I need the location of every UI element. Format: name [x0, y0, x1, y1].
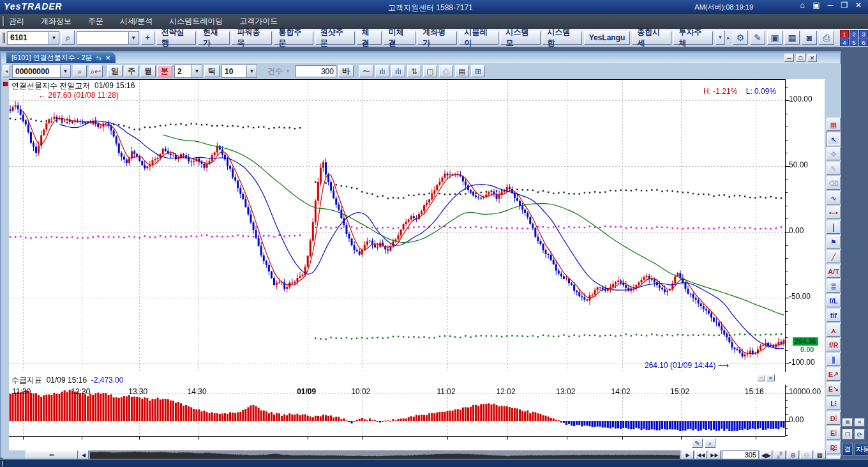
menu-item-고객가이드[interactable]: 고객가이드: [239, 16, 278, 27]
grid-view-icon[interactable]: ▦: [814, 450, 826, 459]
line-chart-tool-icon[interactable]: ∿: [827, 191, 841, 204]
dock-menu-icon[interactable]: ▤: [842, 418, 853, 427]
scroll-right-icon[interactable]: ▶: [682, 450, 694, 459]
watchlist-combo[interactable]: ▼: [77, 31, 138, 45]
period-button-일[interactable]: 일: [107, 65, 123, 77]
bars-alert-icon[interactable]: ılı: [375, 65, 389, 77]
watchlist-combo-arrow-icon[interactable]: ▼: [128, 32, 138, 44]
memo-clipboard-icon[interactable]: ✎: [750, 31, 765, 45]
cursor-arrow-icon[interactable]: ↖: [827, 132, 841, 146]
fan-lines-icon[interactable]: ⋏: [827, 323, 841, 337]
restore-icon[interactable]: ❐: [839, 0, 850, 10]
menu-item-계좌정보[interactable]: 계좌정보: [41, 16, 71, 27]
tab-close-icon[interactable]: ✕: [105, 54, 110, 61]
toolbar-button-투자주체[interactable]: 투자주체: [673, 31, 713, 45]
toolbar-button-시뮬레이[interactable]: 시뮬레이: [459, 31, 498, 45]
toolbar-button-종합시세[interactable]: 종합시세: [632, 31, 671, 45]
window-maximize-icon[interactable]: □: [796, 54, 805, 62]
study-l-icon[interactable]: L⫶: [827, 397, 841, 410]
chart-tab[interactable]: [6101] 연결선물지수 - 2분 ⇆ ✕: [6, 52, 116, 63]
bar-count-input[interactable]: [296, 65, 336, 77]
menu-item-관리[interactable]: 관리: [9, 16, 24, 27]
chart-search-icon[interactable]: ⌕: [73, 65, 87, 77]
page-button-6[interactable]: 6: [859, 38, 868, 46]
tick-combo[interactable]: 10 ▼: [221, 65, 257, 78]
toolbar-button-파워종목[interactable]: 파워종목: [232, 31, 271, 45]
data-minimap-scrollbar[interactable]: [89, 450, 680, 459]
updown-scale-icon[interactable]: ⇅: [407, 65, 421, 77]
home-icon[interactable]: ⌂: [797, 0, 808, 10]
toolbar-button-시스템합[interactable]: 시스템합: [542, 31, 582, 45]
study-e-icon[interactable]: E⫶: [827, 426, 841, 440]
more-buttons-arrow-icon[interactable]: ▼: [715, 31, 726, 45]
tab-link-icon[interactable]: ⇆: [96, 54, 101, 61]
period-button-월[interactable]: 월: [140, 65, 156, 77]
minimize-icon[interactable]: ─: [825, 0, 836, 10]
strip-scroll-down-icon[interactable]: ⌄: [827, 446, 841, 455]
horizontal-line-icon[interactable]: •–•: [827, 206, 841, 219]
settings-gear-icon[interactable]: ⚙: [733, 31, 748, 45]
menu-item-시스템트레이딩[interactable]: 시스템트레이딩: [169, 16, 223, 27]
signal-entry-icon[interactable]: E↗: [827, 367, 841, 381]
chart-window-icon[interactable]: ▤: [455, 65, 469, 77]
menu-item-주문[interactable]: 주문: [88, 16, 103, 27]
screen-monitor-icon[interactable]: ▣: [767, 31, 782, 45]
period-button-주[interactable]: 주: [124, 65, 139, 77]
toolbar-button-체결[interactable]: 체결: [357, 31, 382, 45]
toolbar-button-시스템모[interactable]: 시스템모: [500, 31, 540, 45]
trendline-icon[interactable]: ╱: [827, 250, 841, 263]
indicator-minimize-icon[interactable]: ─: [757, 374, 765, 381]
period-button-분[interactable]: 분: [157, 65, 172, 77]
fibo-retrace-icon[interactable]: f/R: [827, 338, 841, 351]
window-close-icon[interactable]: ✕: [807, 54, 817, 62]
capture-camera-icon[interactable]: ◙: [802, 31, 817, 45]
toolbar-button-계좌평가[interactable]: 계좌평가: [417, 31, 457, 45]
page-button-4[interactable]: 4: [840, 38, 849, 46]
line-style-icon[interactable]: 〜: [359, 65, 373, 77]
visible-bar-count-input[interactable]: [722, 450, 759, 459]
minute-combo[interactable]: 2 ▼: [174, 65, 202, 78]
scroll-left-icon[interactable]: ◀: [79, 450, 89, 459]
menu-item-시세/분석[interactable]: 시세/분석: [120, 16, 153, 27]
close-icon[interactable]: ✕: [853, 0, 864, 10]
grid-toggle-icon[interactable]: ⊞: [471, 65, 485, 77]
tick-button[interactable]: 틱: [204, 65, 220, 77]
bars-icon[interactable]: ıIı: [391, 65, 405, 77]
page-button-3[interactable]: 3: [859, 30, 868, 38]
dock-autoscroll-icon[interactable]: ⟳: [855, 429, 865, 440]
chart-symbol-arrow-icon[interactable]: ▼: [60, 65, 70, 77]
price-chart-canvas[interactable]: [9, 79, 825, 372]
axis-edit-icon[interactable]: ✎: [692, 438, 703, 448]
minute-combo-arrow-icon[interactable]: ▼: [191, 65, 202, 77]
page-button-5[interactable]: 5: [849, 38, 858, 46]
dock-close-icon[interactable]: ✕: [855, 418, 865, 427]
axis-zoom-icon[interactable]: ⌕: [705, 438, 715, 448]
pattern-chart-icon[interactable]: ▦: [827, 118, 841, 131]
toolbar-button-YesLangu[interactable]: YesLangu: [584, 31, 631, 45]
toolbar-button-전략실행[interactable]: 전략실행: [156, 31, 196, 45]
zoom-in-icon[interactable]: ⊕: [787, 450, 799, 459]
text-annotation-icon[interactable]: A/T: [827, 264, 841, 278]
fibo-fan-icon[interactable]: f/f: [827, 309, 841, 322]
add-button[interactable]: +: [141, 31, 154, 45]
scroll-handle[interactable]: ═: [26, 450, 78, 459]
symbol-combo-arrow-icon[interactable]: ▼: [49, 32, 59, 44]
dock-auto-button[interactable]: 자동: [855, 443, 868, 456]
toolbar-button-현재가[interactable]: 현재가: [198, 31, 230, 45]
tick-combo-arrow-icon[interactable]: ▼: [246, 65, 257, 77]
page-button-2[interactable]: 2: [849, 30, 858, 38]
multi-line-icon[interactable]: ≣: [827, 279, 841, 293]
page-left-icon[interactable]: ◀◀: [695, 450, 707, 459]
toolbar-grip[interactable]: [3, 33, 5, 43]
chart-symbol-combo[interactable]: 00000000 ▼: [12, 65, 71, 78]
search-icon[interactable]: ⌕: [61, 31, 75, 45]
toolbar-button-통합주문[interactable]: 통합주문: [274, 31, 313, 45]
symbol-combo[interactable]: 6101 ▼: [7, 31, 59, 45]
flag-marker-icon[interactable]: ⚑: [827, 235, 841, 249]
printer-icon[interactable]: ⎙: [819, 31, 834, 45]
layout-grid-icon[interactable]: ▦: [784, 31, 800, 45]
document-icon[interactable]: ▢: [423, 65, 437, 77]
fit-width-icon[interactable]: ◀▶: [760, 450, 772, 459]
menubar-grip[interactable]: [3, 16, 5, 26]
dock-list-icon[interactable]: ❐: [842, 429, 853, 440]
